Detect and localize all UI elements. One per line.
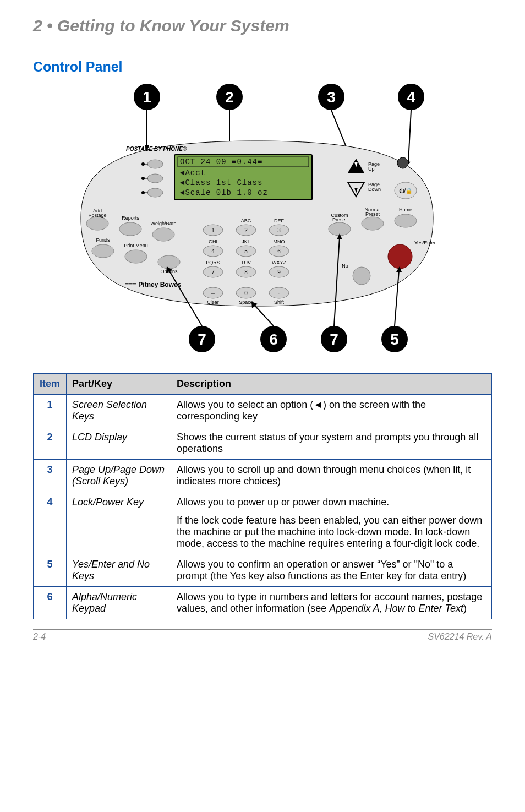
svg-text:⏻/🔒: ⏻/🔒 (399, 187, 413, 194)
svg-text:3: 3 (327, 89, 336, 106)
svg-line-74 (254, 305, 274, 326)
svg-text:Yes/Enter: Yes/Enter (414, 240, 436, 246)
svg-text:TUV: TUV (241, 260, 251, 265)
svg-text:Weigh/Rate: Weigh/Rate (151, 221, 177, 226)
svg-text:7: 7 (198, 331, 206, 348)
print-menu-button[interactable] (125, 250, 147, 263)
svg-point-17 (141, 162, 145, 166)
options-button[interactable] (158, 255, 180, 269)
svg-text:1: 1 (143, 89, 151, 106)
callout-4: 4 (398, 84, 424, 166)
svg-text:DEF: DEF (274, 218, 285, 224)
svg-text:Funds: Funds (96, 237, 110, 243)
add-postage-button[interactable] (86, 217, 108, 230)
table-row: 2 LCD Display Shows the current status o… (34, 427, 492, 460)
screen-select-key-3[interactable] (147, 188, 163, 197)
svg-text:2: 2 (244, 227, 248, 233)
svg-text:WXYZ: WXYZ (272, 260, 287, 265)
table-row: 3 Page Up/Page Down (Scroll Keys) Allows… (34, 460, 492, 492)
svg-text:7: 7 (211, 269, 215, 275)
page-footer: 2-4 SV62214 Rev. A (33, 629, 492, 642)
led-indicator (397, 157, 408, 168)
lcd-line4: ◄Scale 0lb 1.0 oz (180, 188, 268, 197)
svg-text:Down: Down (368, 187, 381, 192)
svg-text:Up: Up (368, 166, 375, 172)
svg-text:No: No (342, 263, 348, 269)
svg-text:Preset: Preset (332, 217, 347, 222)
description-table: Item Part/Key Description 1 Screen Selec… (33, 373, 492, 619)
lcd-line3: ◄Class 1st Class (180, 178, 262, 187)
lcd-line2: ◄Acct (180, 168, 206, 177)
svg-text:2: 2 (225, 89, 234, 106)
svg-text:8: 8 (244, 269, 248, 275)
screen-select-key-2[interactable] (147, 174, 163, 183)
panel-svg: 1 2 3 4 POSTAGE BY PHONE® OCT 24 09 ≡0.4… (48, 80, 477, 361)
weigh-rate-button[interactable] (152, 228, 174, 241)
svg-text:JKL: JKL (242, 239, 250, 244)
funds-button[interactable] (92, 244, 114, 258)
svg-text:6: 6 (269, 331, 278, 348)
svg-text:Home: Home (399, 207, 412, 212)
svg-text:·: · (278, 290, 280, 296)
pitney-bowes-logo: ≡≡≡ Pitney Bowes (125, 281, 182, 288)
th-item: Item (34, 374, 67, 395)
svg-text:Print Menu: Print Menu (124, 243, 148, 248)
svg-text:5: 5 (390, 331, 399, 348)
svg-text:GHI: GHI (209, 239, 217, 244)
svg-text:6: 6 (277, 248, 281, 254)
table-row: 6 Alpha/Numeric Keypad Allows you to typ… (34, 587, 492, 619)
svg-text:Space: Space (239, 299, 253, 305)
control-panel-diagram: 1 2 3 4 POSTAGE BY PHONE® OCT 24 09 ≡0.4… (33, 80, 492, 361)
reports-button[interactable] (119, 222, 141, 236)
callout-1: 1 (134, 84, 160, 151)
postage-by-phone-logo: POSTAGE BY PHONE® (126, 146, 187, 152)
yes-enter-button[interactable] (388, 244, 412, 269)
chapter-title: 2 • Getting to Know Your System (33, 17, 492, 39)
svg-text:Postage: Postage (88, 212, 106, 218)
svg-text:MNO: MNO (274, 239, 285, 244)
svg-text:Preset: Preset (365, 211, 380, 217)
svg-point-19 (141, 177, 145, 180)
svg-text:4: 4 (407, 89, 415, 106)
svg-text:PQRS: PQRS (206, 260, 220, 265)
table-row: 5 Yes/Enter and No Keys Allows you to co… (34, 554, 492, 587)
svg-text:9: 9 (277, 269, 281, 275)
lcd-line1: OCT 24 09 ≡0.44≡ (180, 157, 262, 166)
svg-text:7: 7 (330, 331, 338, 348)
screen-select-key-1[interactable] (147, 160, 163, 168)
th-part: Part/Key (67, 374, 171, 395)
svg-text:4: 4 (211, 248, 215, 254)
footer-page-number: 2-4 (33, 632, 46, 642)
home-button[interactable] (395, 214, 417, 227)
svg-text:ABC: ABC (241, 218, 251, 224)
svg-text:1: 1 (211, 227, 215, 233)
svg-text:0: 0 (244, 290, 248, 296)
table-row: 1 Screen Selection Keys Allows you to se… (34, 395, 492, 427)
svg-text:Shift: Shift (274, 299, 285, 305)
footer-revision: SV62214 Rev. A (428, 632, 492, 642)
svg-text:Reports: Reports (122, 215, 139, 221)
th-desc: Description (171, 374, 492, 395)
svg-text:5: 5 (244, 248, 248, 254)
section-title: Control Panel (33, 59, 492, 75)
svg-point-21 (141, 191, 145, 194)
svg-text:3: 3 (277, 227, 281, 233)
no-button[interactable] (353, 267, 370, 285)
svg-text:←: ← (210, 290, 216, 296)
svg-line-14 (408, 110, 411, 162)
svg-text:Clear: Clear (207, 299, 219, 305)
table-row: 4 Lock/Power Key Allows you to power up … (34, 492, 492, 554)
callout-6: 6 (251, 302, 287, 352)
lock-power-key[interactable]: ⏻/🔒 (395, 182, 417, 199)
normal-preset-button[interactable] (362, 217, 384, 230)
